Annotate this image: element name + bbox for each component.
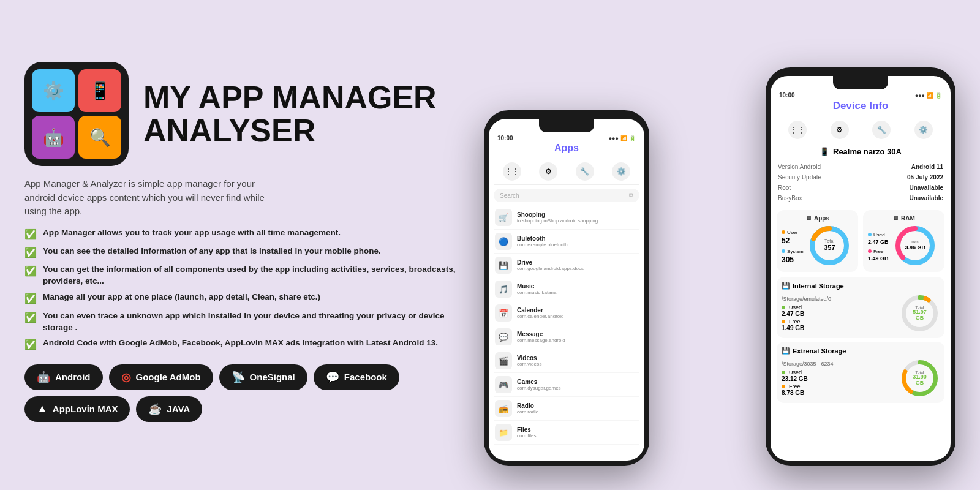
badge-android[interactable]: 🤖Android: [24, 364, 103, 390]
device-phone-icon: 📱: [820, 147, 829, 156]
badge-onesignal[interactable]: 📡OneSignal: [219, 364, 307, 390]
feature-text: You can even trace a unknown app which i…: [43, 311, 466, 334]
app-list-name: Shooping: [517, 211, 598, 218]
admob-badge-icon: ◎: [121, 371, 131, 384]
app-list-text: Games com.dysugar.games: [517, 379, 561, 391]
apps-screen-title: Apps: [494, 143, 639, 154]
list-item[interactable]: 📅 Calender com.calender.android: [494, 301, 639, 325]
search-bar-1[interactable]: Search ⧉: [494, 189, 639, 202]
app-list-name: Radio: [517, 402, 538, 409]
feature-text: App Manager allows you to track your app…: [43, 227, 341, 239]
badge-applovin[interactable]: ▲AppLovin MAX: [24, 396, 130, 422]
ram-donut-center: Total 3.96 GB: [905, 240, 926, 251]
check-icon: ✅: [24, 311, 37, 325]
list-item[interactable]: 📻 Radio com.radio: [494, 397, 639, 421]
list-item[interactable]: 🔵 Buletooth com.example.bluetooth: [494, 230, 639, 254]
badge-java[interactable]: ☕JAVA: [136, 396, 202, 422]
check-icon: ✅: [24, 265, 37, 278]
facebook-badge-icon: 💬: [326, 371, 339, 384]
feature-item: ✅You can even trace a unknown app which …: [24, 311, 466, 334]
device-nav-settings[interactable]: ⚙: [831, 121, 849, 139]
nav-tools-icon[interactable]: 🔧: [576, 162, 594, 181]
ram-stat-card: 🖥 RAM Used 2.47 GB Free 1.49 GB: [863, 210, 944, 272]
list-item[interactable]: 🎵 Music com.music.katana: [494, 277, 639, 301]
app-list-icon: 🎵: [495, 281, 512, 298]
device-info-label: Root: [778, 183, 868, 192]
list-item[interactable]: 💾 Drive com.google.android.apps.docs: [494, 254, 639, 277]
app-list-icon: 🎬: [495, 352, 512, 369]
app-list-text: Files com.files: [517, 426, 537, 439]
external-storage-title: 💾 Extrenal Storage: [782, 347, 940, 355]
android-badge-icon: 🤖: [37, 371, 50, 384]
icon-cell-gear: ⚙️: [32, 69, 75, 112]
check-icon: ✅: [24, 292, 37, 306]
nav-gear-icon[interactable]: ⚙️: [612, 162, 630, 181]
app-list-name: Drive: [517, 259, 584, 266]
list-item[interactable]: 💬 Message com.message.android: [494, 325, 639, 349]
onesignal-badge-label: OneSignal: [250, 372, 295, 382]
applovin-badge-label: AppLovin MAX: [53, 404, 118, 414]
feature-text: You can get the information of all compo…: [43, 264, 466, 287]
ram-stat-title: 🖥 RAM: [868, 215, 940, 222]
app-list-pkg: com.dysugar.games: [517, 385, 561, 391]
device-info-label: Security Update: [778, 173, 868, 182]
apps-donut: Total 357: [808, 224, 851, 267]
badges-row: 🤖Android◎Google AdMob📡OneSignal💬Facebook…: [24, 364, 466, 422]
notch-2: [833, 76, 888, 89]
list-item[interactable]: 🛒 Shooping in.shopping.mShop.android.sho…: [494, 206, 639, 230]
stats-row: 🖥 Apps User 52 System 305: [777, 210, 944, 272]
list-item[interactable]: 🎮 Games com.dysugar.games: [494, 373, 639, 397]
app-list-name: Videos: [517, 355, 541, 361]
app-list-pkg: com.calender.android: [517, 314, 564, 319]
apps-donut-center: Total 357: [824, 239, 835, 252]
check-icon: ✅: [24, 338, 37, 352]
admob-badge-label: Google AdMob: [136, 372, 201, 382]
feature-text: You can see the detailed information of …: [43, 246, 381, 257]
app-list-name: Buletooth: [517, 235, 568, 242]
device-nav-row: ⋮⋮ ⚙ 🔧 ⚙️: [777, 117, 944, 143]
device-nav-grid[interactable]: ⋮⋮: [788, 121, 807, 139]
list-item[interactable]: 🎬 Videos com.videos: [494, 349, 639, 373]
feature-text: Manage all your app at one place (launch…: [43, 292, 320, 303]
device-info-label: Version Android: [778, 162, 868, 172]
apps-list: 🛒 Shooping in.shopping.mShop.android.sho…: [494, 206, 639, 445]
app-description: App Manager & Analyzer is simple app man…: [24, 177, 282, 219]
badge-admob[interactable]: ◎Google AdMob: [109, 364, 213, 390]
device-name: Realme narzo 30A: [833, 147, 902, 156]
device-nav-gear[interactable]: ⚙️: [914, 121, 933, 139]
device-info-value: 05 July 2022: [869, 173, 943, 182]
device-info-label: BusyBox: [778, 194, 868, 203]
app-list-name: Calender: [517, 307, 564, 314]
device-info-row: Version AndroidAndroid 11: [778, 162, 943, 172]
device-screen-title: Device Info: [777, 100, 944, 112]
badge-facebook[interactable]: 💬Facebook: [314, 364, 399, 390]
device-info-row: RootUnavailable: [778, 183, 943, 192]
external-storage-total: Total 31.90 GB: [910, 370, 930, 386]
icon-cell-search: 🔍: [78, 116, 121, 159]
list-item[interactable]: 📁 Files com.files: [494, 421, 639, 445]
internal-storage-content: /Storage/emulated/0 Used 2.47 GB Free 1.…: [782, 293, 940, 333]
status-icons-1: ●●●📶🔋: [609, 135, 636, 141]
apps-stat-icon: 🖥: [805, 215, 812, 222]
app-list-name: Music: [517, 283, 556, 290]
app-list-pkg: com.music.katana: [517, 290, 556, 295]
internal-storage-icon: 💾: [782, 282, 790, 290]
android-badge-label: Android: [55, 372, 91, 382]
notch-1: [539, 119, 594, 132]
feature-item: ✅Android Code with Google AdMob, Faceboo…: [24, 337, 466, 352]
phone-device-info: 10:00 ●●●📶🔋 Device Info ⋮⋮ ⚙ 🔧 ⚙️ 📱 Real…: [766, 67, 956, 466]
nav-settings-icon[interactable]: ⚙: [539, 162, 557, 181]
java-badge-icon: ☕: [148, 402, 162, 416]
ram-stat-icon: 🖥: [892, 215, 899, 222]
status-icons-2: ●●●📶🔋: [915, 92, 942, 99]
icon-cell-phone: 📱: [78, 69, 121, 112]
java-badge-label: JAVA: [167, 404, 190, 414]
device-nav-tools[interactable]: 🔧: [872, 121, 891, 139]
nav-grid-icon[interactable]: ⋮⋮: [503, 162, 521, 181]
time-1: 10:00: [497, 135, 513, 141]
external-storage-icon: 💾: [782, 347, 790, 355]
app-list-text: Music com.music.katana: [517, 283, 556, 295]
apps-legend: User 52 System 305: [782, 230, 804, 264]
app-list-icon: 🛒: [495, 209, 512, 226]
onesignal-badge-icon: 📡: [232, 371, 245, 384]
